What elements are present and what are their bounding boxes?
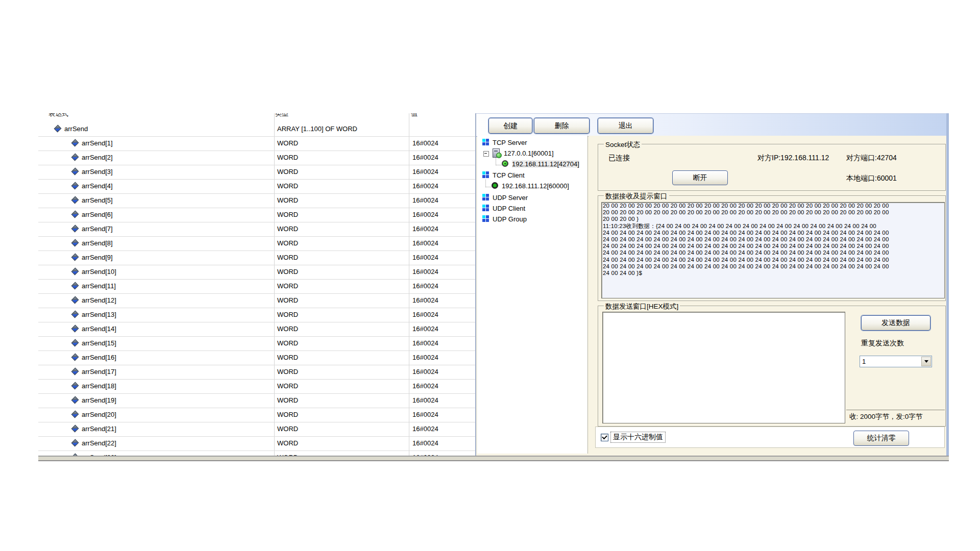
tree-item-connection-60000[interactable]: 192.168.111.12[60000] bbox=[477, 181, 587, 191]
table-row[interactable]: arrSend[21]WORD16#0024 bbox=[38, 422, 475, 437]
variable-icon bbox=[54, 125, 62, 133]
table-row[interactable]: arrSend[14]WORD16#0024 bbox=[38, 322, 475, 337]
table-row[interactable]: arrSend[6]WORD16#0024 bbox=[38, 208, 475, 222]
table-row[interactable]: arrSend[5]WORD16#0024 bbox=[38, 193, 475, 208]
variable-name: arrSend[1] bbox=[82, 139, 113, 147]
variable-name: arrSend[17] bbox=[82, 368, 116, 375]
variable-icon bbox=[71, 354, 79, 361]
send-data-button[interactable]: 发送数据 bbox=[861, 315, 930, 331]
tree-item-tcp-server[interactable]: TCP Server bbox=[477, 138, 587, 148]
send-textarea[interactable] bbox=[602, 312, 845, 423]
repeat-count-combobox[interactable]: 1 bbox=[860, 356, 932, 367]
table-row[interactable]: arrSend[15]WORD16#0024 bbox=[38, 336, 475, 351]
variable-value: 16#0024 bbox=[412, 368, 438, 375]
variable-name: arrSend[20] bbox=[82, 411, 116, 418]
variable-name: arrSend[10] bbox=[82, 268, 116, 276]
connection-icon bbox=[492, 182, 498, 189]
window-bottom-edge bbox=[38, 456, 949, 461]
variable-icon bbox=[71, 282, 79, 290]
repeat-count-value: 1 bbox=[862, 358, 866, 365]
table-row[interactable]: arrSend[17]WORD16#0024 bbox=[38, 365, 475, 380]
disconnect-button[interactable]: 断开 bbox=[672, 170, 728, 185]
table-row[interactable]: arrSend[8]WORD16#0024 bbox=[38, 236, 475, 251]
variable-value: 16#0024 bbox=[412, 182, 438, 190]
table-row[interactable]: arrSend[9]WORD16#0024 bbox=[38, 251, 475, 265]
variable-icon bbox=[71, 325, 79, 333]
network-group-icon bbox=[482, 215, 489, 222]
variable-value: 16#0024 bbox=[412, 268, 438, 276]
variable-name: arrSend[16] bbox=[82, 354, 116, 361]
variable-icon bbox=[71, 339, 79, 347]
variable-icon bbox=[71, 368, 79, 375]
table-row[interactable]: arrSend[18]WORD16#0024 bbox=[38, 379, 475, 394]
variable-name: arrSend[18] bbox=[82, 382, 116, 390]
table-row[interactable]: arrSend[12]WORD16#0024 bbox=[38, 293, 475, 308]
tree-item-tcp-server-127[interactable]: 127.0.0.1[60001] bbox=[477, 148, 587, 159]
network-group-icon bbox=[482, 139, 489, 146]
variable-name: arrSend[2] bbox=[82, 154, 113, 161]
variable-value: 16#0024 bbox=[412, 211, 438, 218]
tree-item-udp-group[interactable]: UDP Group bbox=[477, 214, 587, 224]
collapse-expander-icon[interactable] bbox=[483, 151, 489, 157]
variable-value: 16#0024 bbox=[412, 239, 438, 247]
variable-value: 16#0024 bbox=[412, 439, 438, 447]
tree-item-udp-server[interactable]: UDP Server bbox=[477, 193, 587, 203]
tree-item-label: 192.168.111.12[42704] bbox=[512, 160, 579, 168]
variable-type: WORD bbox=[277, 382, 298, 390]
hex-display-checkbox-label[interactable]: 显示十六进制值 bbox=[610, 432, 666, 443]
table-row[interactable]: arrSend[10]WORD16#0024 bbox=[38, 265, 475, 280]
table-row[interactable]: arrSendARRAY [1..100] OF WORD bbox=[38, 122, 475, 137]
table-row[interactable]: arrSend[20]WORD16#0024 bbox=[38, 408, 475, 422]
table-row[interactable]: arrSend[1]WORD16#0024 bbox=[38, 136, 475, 151]
variable-icon bbox=[71, 425, 79, 433]
variable-type: WORD bbox=[277, 196, 298, 204]
variable-icon bbox=[71, 225, 79, 233]
table-row[interactable]: arrSend[2]WORD16#0024 bbox=[38, 151, 475, 165]
table-row[interactable]: arrSend[13]WORD16#0024 bbox=[38, 308, 475, 322]
tree-item-tcp-client[interactable]: TCP Client bbox=[477, 170, 587, 181]
create-button[interactable]: 创建 bbox=[488, 118, 532, 134]
variable-icon bbox=[71, 268, 79, 276]
table-row[interactable]: arrSend[22]WORD16#0024 bbox=[38, 436, 475, 451]
variable-value: 16#0024 bbox=[412, 196, 438, 204]
variable-type: WORD bbox=[277, 325, 298, 333]
variable-value: 16#0024 bbox=[412, 354, 438, 361]
exit-button[interactable]: 退出 bbox=[598, 118, 653, 134]
send-title: 数据发送窗口[HEX模式] bbox=[604, 302, 680, 311]
hex-data-line: 11:10:23收到数据：{24 00 24 00 24 00 24 00 24… bbox=[602, 223, 944, 230]
table-row[interactable]: arrSend[7]WORD16#0024 bbox=[38, 222, 475, 237]
variable-value: 16#0024 bbox=[412, 168, 438, 176]
clear-stats-button[interactable]: 统计清零 bbox=[853, 431, 909, 446]
variable-name: arrSend[21] bbox=[82, 425, 116, 433]
variable-name: arrSend[22] bbox=[82, 439, 116, 447]
hex-display-checkbox[interactable] bbox=[601, 434, 608, 441]
variable-name: arrSend[11] bbox=[82, 282, 116, 290]
tree-item-label: UDP Group bbox=[493, 215, 527, 223]
variable-value: 16#0024 bbox=[412, 296, 438, 304]
connection-state: 已连接 bbox=[608, 154, 630, 163]
variable-name: arrSend[19] bbox=[82, 396, 116, 404]
table-row[interactable]: arrSend[11]WORD16#0024 bbox=[38, 279, 475, 294]
variable-type: WORD bbox=[277, 354, 298, 361]
tree-item-udp-client[interactable]: UDP Client bbox=[477, 204, 587, 214]
table-row[interactable]: arrSend[4]WORD16#0024 bbox=[38, 179, 475, 194]
socket-status-group: Socket状态 已连接 对方IP:192.168.111.12 对方端口:42… bbox=[598, 144, 946, 191]
chevron-down-icon[interactable] bbox=[921, 357, 931, 366]
socket-status-title: Socket状态 bbox=[604, 140, 642, 149]
server-listening-icon bbox=[493, 148, 500, 158]
peer-ip: 对方IP:192.168.111.12 bbox=[757, 154, 829, 163]
tree-item-label: 192.168.111.12[60000] bbox=[502, 182, 569, 190]
table-row[interactable]: arrSend[16]WORD16#0024 bbox=[38, 350, 475, 365]
table-row[interactable]: arrSend[19]WORD16#0024 bbox=[38, 393, 475, 408]
variable-value: 16#0024 bbox=[412, 154, 438, 161]
tree-item-connection-42704[interactable]: 192.168.111.12[42704] bbox=[477, 159, 587, 169]
table-row[interactable]: arrSend[3]WORD16#0024 bbox=[38, 165, 475, 180]
variable-type: WORD bbox=[277, 168, 298, 176]
receive-textarea[interactable]: 20 00 20 00 20 00 20 00 20 00 20 00 20 0… bbox=[601, 202, 945, 298]
table-row[interactable]: arrSend[23]WORD16#0024 bbox=[38, 450, 475, 456]
delete-button[interactable]: 删除 bbox=[534, 118, 590, 134]
variable-name: arrSend[3] bbox=[82, 168, 113, 176]
variable-name: arrSend[9] bbox=[82, 254, 113, 261]
variable-type: WORD bbox=[277, 211, 298, 218]
tree-item-label: 127.0.0.1[60001] bbox=[504, 149, 554, 157]
